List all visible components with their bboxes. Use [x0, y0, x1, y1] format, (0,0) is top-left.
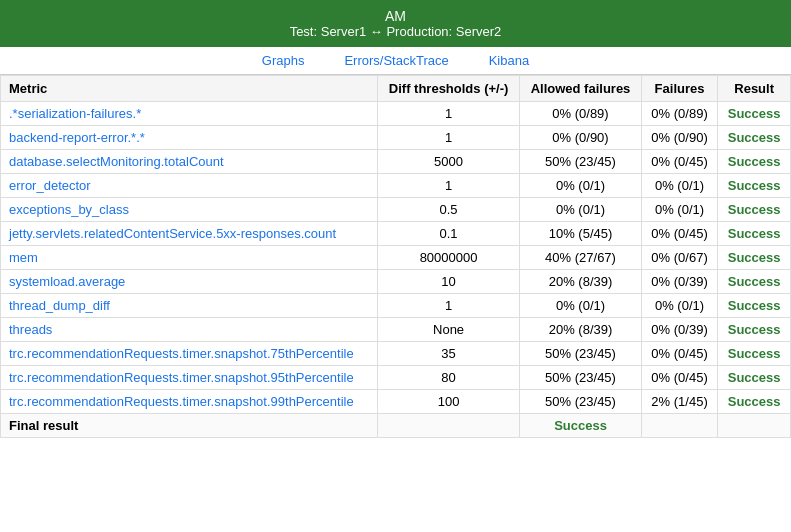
failures-cell: 0% (0/1)	[641, 294, 717, 318]
metric-cell: error_detector	[1, 174, 378, 198]
allowed-cell: 0% (0/1)	[520, 198, 642, 222]
result-cell: Success	[718, 294, 791, 318]
final-result-cell	[718, 414, 791, 438]
diff-cell: 1	[377, 174, 519, 198]
failures-cell: 0% (0/1)	[641, 174, 717, 198]
result-cell: Success	[718, 390, 791, 414]
metric-link[interactable]: exceptions_by_class	[9, 202, 129, 217]
nav-errors[interactable]: Errors/StackTrace	[344, 53, 448, 68]
metric-cell: jetty.servlets.relatedContentService.5xx…	[1, 222, 378, 246]
final-result-row: Final resultSuccess	[1, 414, 791, 438]
result-cell: Success	[718, 102, 791, 126]
table-row: .*serialization-failures.*10% (0/89)0% (…	[1, 102, 791, 126]
diff-cell: 80000000	[377, 246, 519, 270]
failures-cell: 0% (0/39)	[641, 270, 717, 294]
table-row: threadsNone20% (8/39)0% (0/39)Success	[1, 318, 791, 342]
final-failures	[641, 414, 717, 438]
metric-link[interactable]: error_detector	[9, 178, 91, 193]
metric-link[interactable]: systemload.average	[9, 274, 125, 289]
diff-cell: 1	[377, 294, 519, 318]
diff-cell: 35	[377, 342, 519, 366]
header-subtitle: Test: Server1 ↔ Production: Server2	[4, 24, 787, 39]
result-cell: Success	[718, 366, 791, 390]
failures-cell: 0% (0/45)	[641, 222, 717, 246]
allowed-cell: 50% (23/45)	[520, 366, 642, 390]
table-row: trc.recommendationRequests.timer.snapsho…	[1, 366, 791, 390]
allowed-cell: 0% (0/90)	[520, 126, 642, 150]
diff-cell: 0.1	[377, 222, 519, 246]
failures-cell: 0% (0/90)	[641, 126, 717, 150]
nav-graphs[interactable]: Graphs	[262, 53, 305, 68]
metric-cell: backend-report-error.*.*	[1, 126, 378, 150]
failures-cell: 0% (0/45)	[641, 150, 717, 174]
table-row: mem8000000040% (27/67)0% (0/67)Success	[1, 246, 791, 270]
allowed-cell: 20% (8/39)	[520, 270, 642, 294]
allowed-cell: 0% (0/1)	[520, 294, 642, 318]
result-cell: Success	[718, 246, 791, 270]
failures-cell: 0% (0/39)	[641, 318, 717, 342]
metric-link[interactable]: thread_dump_diff	[9, 298, 110, 313]
final-result: Success	[520, 414, 642, 438]
allowed-cell: 40% (27/67)	[520, 246, 642, 270]
col-result: Result	[718, 76, 791, 102]
col-metric: Metric	[1, 76, 378, 102]
metric-cell: mem	[1, 246, 378, 270]
metric-link[interactable]: trc.recommendationRequests.timer.snapsho…	[9, 394, 354, 409]
table-row: thread_dump_diff10% (0/1)0% (0/1)Success	[1, 294, 791, 318]
metric-cell: exceptions_by_class	[1, 198, 378, 222]
metric-link[interactable]: .*serialization-failures.*	[9, 106, 141, 121]
metric-link[interactable]: mem	[9, 250, 38, 265]
nav-kibana[interactable]: Kibana	[489, 53, 529, 68]
diff-cell: 80	[377, 366, 519, 390]
result-cell: Success	[718, 222, 791, 246]
diff-cell: 0.5	[377, 198, 519, 222]
table-row: error_detector10% (0/1)0% (0/1)Success	[1, 174, 791, 198]
diff-cell: 10	[377, 270, 519, 294]
result-cell: Success	[718, 198, 791, 222]
failures-cell: 0% (0/45)	[641, 342, 717, 366]
metric-link[interactable]: jetty.servlets.relatedContentService.5xx…	[9, 226, 336, 241]
final-diff	[377, 414, 519, 438]
final-label: Final result	[1, 414, 378, 438]
failures-cell: 0% (0/45)	[641, 366, 717, 390]
table-row: exceptions_by_class0.50% (0/1)0% (0/1)Su…	[1, 198, 791, 222]
failures-cell: 2% (1/45)	[641, 390, 717, 414]
header-am: AM	[4, 8, 787, 24]
metric-cell: thread_dump_diff	[1, 294, 378, 318]
allowed-cell: 50% (23/45)	[520, 150, 642, 174]
metric-cell: systemload.average	[1, 270, 378, 294]
diff-cell: None	[377, 318, 519, 342]
metric-cell: database.selectMonitoring.totalCount	[1, 150, 378, 174]
allowed-cell: 50% (23/45)	[520, 390, 642, 414]
failures-cell: 0% (0/1)	[641, 198, 717, 222]
metric-cell: .*serialization-failures.*	[1, 102, 378, 126]
header: AM Test: Server1 ↔ Production: Server2	[0, 0, 791, 47]
table-row: database.selectMonitoring.totalCount5000…	[1, 150, 791, 174]
metric-link[interactable]: backend-report-error.*.*	[9, 130, 145, 145]
metric-link[interactable]: database.selectMonitoring.totalCount	[9, 154, 224, 169]
col-failures: Failures	[641, 76, 717, 102]
allowed-cell: 20% (8/39)	[520, 318, 642, 342]
navigation: Graphs Errors/StackTrace Kibana	[0, 47, 791, 75]
metric-cell: threads	[1, 318, 378, 342]
result-cell: Success	[718, 342, 791, 366]
allowed-cell: 50% (23/45)	[520, 342, 642, 366]
diff-cell: 1	[377, 102, 519, 126]
table-row: systemload.average1020% (8/39)0% (0/39)S…	[1, 270, 791, 294]
metrics-table: Metric Diff thresholds (+/-) Allowed fai…	[0, 75, 791, 438]
result-cell: Success	[718, 174, 791, 198]
failures-cell: 0% (0/67)	[641, 246, 717, 270]
diff-cell: 1	[377, 126, 519, 150]
failures-cell: 0% (0/89)	[641, 102, 717, 126]
metric-cell: trc.recommendationRequests.timer.snapsho…	[1, 342, 378, 366]
metric-link[interactable]: trc.recommendationRequests.timer.snapsho…	[9, 346, 354, 361]
metric-link[interactable]: threads	[9, 322, 52, 337]
table-row: jetty.servlets.relatedContentService.5xx…	[1, 222, 791, 246]
result-cell: Success	[718, 150, 791, 174]
diff-cell: 100	[377, 390, 519, 414]
metric-cell: trc.recommendationRequests.timer.snapsho…	[1, 390, 378, 414]
diff-cell: 5000	[377, 150, 519, 174]
metric-link[interactable]: trc.recommendationRequests.timer.snapsho…	[9, 370, 354, 385]
table-row: backend-report-error.*.*10% (0/90)0% (0/…	[1, 126, 791, 150]
result-cell: Success	[718, 270, 791, 294]
